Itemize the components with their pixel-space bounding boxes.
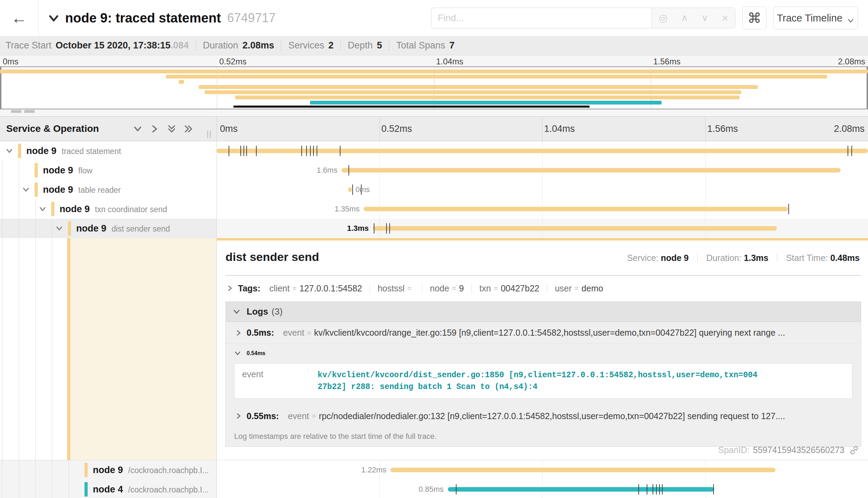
- span-duration-label: 1.35ms: [335, 199, 360, 219]
- clear-search-icon[interactable]: ×: [722, 12, 728, 24]
- span-name-cell[interactable]: node 9flow: [0, 161, 216, 180]
- next-match-chevron-down-icon[interactable]: ∨: [701, 13, 708, 23]
- detail-operation-name: dist sender send: [225, 250, 319, 264]
- timeline-gridline: [379, 180, 380, 199]
- span-timeline-cell[interactable]: 0.85ms: [216, 480, 868, 498]
- span-row[interactable]: node 9table reader0ms: [0, 180, 868, 199]
- service-meta-value: node 9: [661, 253, 689, 263]
- span-duration-label: 1.3ms: [347, 219, 369, 238]
- tags-label: Tags:: [238, 283, 260, 293]
- span-bar[interactable]: [390, 468, 776, 472]
- service-color-chip: [35, 163, 38, 178]
- page-title: node 9: traced statement: [65, 11, 221, 26]
- minimap-tick: 1.56ms: [653, 57, 681, 66]
- logs-note: Log timestamps are relative to the start…: [226, 427, 861, 446]
- span-row[interactable]: node 9/cockroach.roachpb.I...1.22ms: [0, 460, 868, 480]
- back-button[interactable]: ←: [0, 0, 39, 36]
- span-duration-label: 1.6ms: [317, 161, 337, 180]
- span-bar[interactable]: [348, 188, 352, 192]
- span-name-cell[interactable]: node 9table reader: [0, 180, 216, 199]
- trace-timeline-app: ← node 9: traced statement 6749717 ◎ ∧ ∨…: [0, 0, 868, 498]
- chevron-right-icon: [234, 329, 241, 336]
- minimap-span: [179, 80, 184, 84]
- span-row[interactable]: node 9dist sender send1.3ms: [0, 219, 868, 238]
- expand-one-chevron-right-icon[interactable]: [150, 124, 159, 134]
- span-name-cell[interactable]: node 9txn coordinator send: [0, 199, 216, 219]
- minimap-tick: 2.08ms: [838, 57, 865, 66]
- log-field-value: kv/kvclient/kvcoord/dist_sender.go:1850 …: [318, 369, 761, 393]
- depth-value: 5: [377, 40, 382, 51]
- span-collapse-chevron-icon[interactable]: [22, 186, 30, 193]
- column-divider[interactable]: [216, 116, 217, 498]
- minimap-span: [166, 75, 827, 79]
- view-selector-button[interactable]: Trace Timeline: [773, 7, 858, 29]
- span-timeline-cell[interactable]: 1.35ms: [216, 199, 868, 219]
- axis-tick-label: 0ms: [220, 117, 238, 141]
- span-name-cell[interactable]: node 4/cockroach.roachpb.I...: [0, 480, 216, 498]
- keyboard-shortcuts-button[interactable]: ⌘: [742, 7, 767, 29]
- span-timeline-cell[interactable]: 1.3ms: [216, 219, 868, 238]
- minimap-canvas[interactable]: [0, 66, 868, 109]
- service-name: node 9: [60, 204, 90, 214]
- span-name-cell[interactable]: node 9dist sender send: [0, 219, 216, 238]
- span-bar[interactable]: [448, 487, 714, 492]
- span-duration-label: 0.85ms: [419, 480, 444, 498]
- log-marker-tick: [317, 146, 317, 156]
- span-bar[interactable]: [364, 207, 788, 211]
- log-marker-tick: [662, 484, 663, 495]
- axis-tick-label: 2.08ms: [834, 117, 865, 141]
- span-duration-label: 0ms: [355, 180, 370, 199]
- span-row[interactable]: node 9traced statement: [0, 141, 868, 161]
- span-bar[interactable]: [373, 226, 777, 231]
- span-collapse-chevron-icon[interactable]: [39, 205, 46, 213]
- span-bar[interactable]: [216, 149, 868, 153]
- span-bar[interactable]: [342, 168, 841, 173]
- span-row[interactable]: node 4/cockroach.roachpb.I...0.85ms: [0, 480, 868, 498]
- indent-guide: [35, 480, 36, 498]
- column-resize-grip[interactable]: [207, 130, 211, 138]
- logs-accordion-header[interactable]: Logs (3): [226, 302, 861, 322]
- operation-name: table reader: [78, 185, 121, 194]
- span-name-cell[interactable]: node 9traced statement: [0, 141, 216, 161]
- trace-start-value: October 15 2020, 17:38:15.084: [56, 40, 189, 51]
- service-name: node 9: [43, 165, 73, 175]
- span-timeline-cell[interactable]: [216, 141, 868, 161]
- log-marker-tick: [848, 146, 848, 156]
- minimap-handle[interactable]: [24, 110, 35, 113]
- log-row[interactable]: 0.55ms:event=rpc/nodedialer/nodedialer.g…: [226, 405, 861, 427]
- deep-link-icon[interactable]: [849, 445, 859, 455]
- minimap-scrubber-right[interactable]: [867, 67, 868, 109]
- span-name-cell[interactable]: node 9/cockroach.roachpb.I...: [0, 460, 216, 480]
- span-id-label: SpanID:: [718, 445, 749, 455]
- tags-accordion[interactable]: Tags: client=127.0.0.1:54582hostssl=node…: [225, 278, 861, 299]
- locate-icon[interactable]: ◎: [658, 13, 667, 23]
- log-expanded-header[interactable]: 0.54ms: [226, 344, 861, 363]
- service-operation-header: Service & Operation: [0, 117, 216, 141]
- minimap-scrubber-left[interactable]: [0, 67, 1, 109]
- prev-match-chevron-up-icon[interactable]: ∧: [681, 13, 688, 23]
- find-input[interactable]: [431, 8, 652, 28]
- span-collapse-chevron-icon[interactable]: [6, 147, 13, 155]
- span-timeline-cell[interactable]: 0ms: [216, 180, 868, 199]
- operation-name: flow: [78, 166, 92, 175]
- indent-guide: [2, 161, 2, 180]
- span-timeline-cell[interactable]: 1.22ms: [216, 460, 868, 480]
- span-timeline-cell[interactable]: 1.6ms: [216, 161, 868, 180]
- expand-all-double-chevron-right-icon[interactable]: [184, 124, 193, 134]
- chevron-right-icon: [225, 285, 232, 292]
- indent-guide: [52, 238, 52, 460]
- axis-tick-label: 1.56ms: [707, 117, 738, 141]
- indent-guide: [2, 238, 2, 460]
- span-collapse-chevron-icon[interactable]: [55, 225, 63, 232]
- collapse-all-double-chevron-down-icon[interactable]: [167, 124, 176, 134]
- span-row[interactable]: node 9flow1.6ms: [0, 161, 868, 180]
- indent-guide: [19, 238, 19, 460]
- span-row[interactable]: node 9txn coordinator send1.35ms: [0, 199, 868, 219]
- minimap-handle[interactable]: [11, 110, 21, 113]
- collapse-one-chevron-down-icon[interactable]: [133, 124, 142, 134]
- log-marker-tick: [243, 146, 244, 156]
- duration-meta-value: 1.3ms: [744, 253, 769, 263]
- tag-equals: =: [575, 284, 579, 292]
- trace-title-chevron-icon[interactable]: [48, 12, 60, 24]
- log-row[interactable]: 0.5ms:event=kv/kvclient/kvcoord/range_it…: [226, 322, 861, 344]
